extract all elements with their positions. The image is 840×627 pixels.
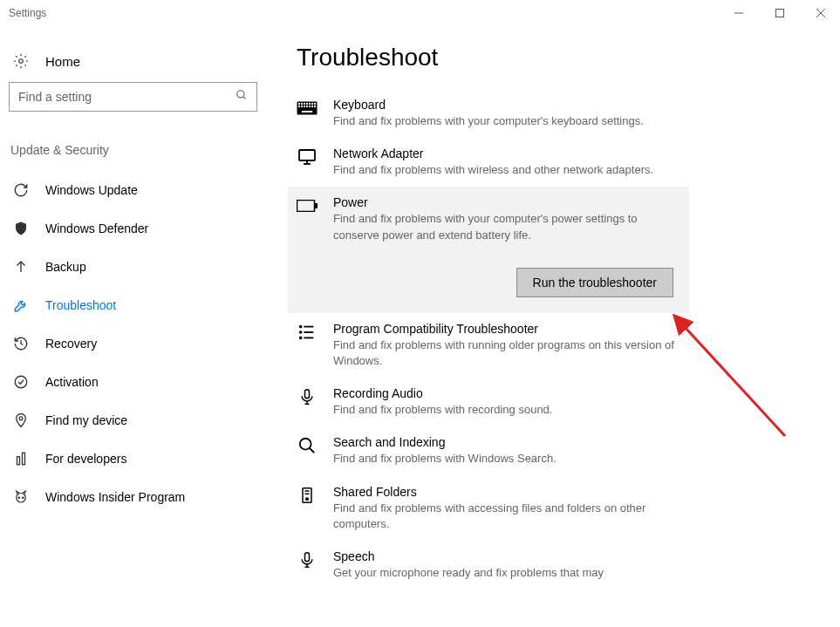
troubleshooter-power[interactable]: Power Find and fix problems with your co… (288, 187, 689, 312)
microphone-icon (297, 386, 318, 407)
keyboard-icon (297, 98, 318, 119)
ts-desc: Find and fix problems with Windows Searc… (333, 451, 680, 467)
svg-point-14 (23, 497, 24, 499)
svg-rect-34 (297, 201, 315, 212)
svg-point-9 (19, 417, 23, 420)
list-icon (297, 322, 318, 343)
ninja-cat-icon (12, 488, 30, 506)
sidebar-item-troubleshoot[interactable]: Troubleshoot (9, 286, 262, 324)
ts-desc: Get your microphone ready and fix proble… (333, 565, 680, 581)
sidebar-item-label: Find my device (45, 413, 127, 427)
troubleshooter-shared-folders[interactable]: Shared Folders Find and fix problems wit… (288, 476, 689, 541)
svg-point-5 (237, 91, 244, 98)
svg-rect-11 (23, 453, 25, 465)
ts-title: Power (333, 195, 680, 209)
svg-rect-19 (306, 103, 308, 105)
microphone-icon (297, 549, 318, 570)
sidebar-item-windows-update[interactable]: Windows Update (9, 171, 262, 209)
troubleshooter-list: Keyboard Find and fix problems with your… (288, 89, 689, 590)
sidebar-item-find-my-device[interactable]: Find my device (9, 401, 262, 440)
troubleshooter-speech[interactable]: Speech Get your microphone ready and fix… (288, 541, 689, 590)
troubleshooter-recording-audio[interactable]: Recording Audio Find and fix problems wi… (288, 378, 689, 426)
minimize-button[interactable] (719, 0, 758, 26)
magnifier-icon (297, 435, 318, 456)
maximize-button[interactable] (760, 0, 799, 26)
svg-rect-28 (311, 106, 313, 107)
svg-point-4 (19, 59, 24, 64)
svg-rect-20 (309, 103, 311, 105)
ts-desc: Find and fix problems with recording sou… (333, 402, 680, 418)
sidebar-item-label: Activation (45, 375, 99, 389)
content-area: Troubleshoot Keyboard Find and fix probl… (262, 26, 840, 627)
svg-rect-24 (301, 106, 303, 107)
gear-icon (12, 52, 30, 70)
sidebar-item-activation[interactable]: Activation (9, 363, 262, 401)
sync-icon (12, 181, 30, 199)
svg-rect-25 (304, 106, 305, 107)
svg-line-46 (310, 448, 315, 453)
ts-title: Program Compatibility Troubleshooter (333, 322, 680, 336)
home-button[interactable]: Home (9, 44, 262, 82)
titlebar-controls (719, 0, 840, 26)
svg-point-40 (300, 337, 302, 338)
svg-rect-23 (298, 106, 300, 107)
history-icon (12, 335, 30, 352)
close-button[interactable] (801, 0, 840, 26)
ts-title: Speech (333, 549, 680, 563)
sidebar-item-insider-program[interactable]: Windows Insider Program (9, 478, 262, 516)
troubleshooter-search-indexing[interactable]: Search and Indexing Find and fix problem… (288, 426, 689, 475)
troubleshooter-keyboard[interactable]: Keyboard Find and fix problems with your… (288, 89, 689, 138)
svg-rect-42 (305, 390, 310, 399)
page-title: Troubleshoot (288, 44, 840, 72)
svg-rect-29 (314, 106, 316, 107)
svg-rect-22 (314, 103, 316, 105)
ts-title: Network Adapter (333, 147, 680, 160)
check-circle-icon (12, 373, 30, 391)
troubleshooter-network-adapter[interactable]: Network Adapter Find and fix problems wi… (288, 138, 689, 187)
svg-rect-35 (315, 203, 318, 208)
run-troubleshooter-button[interactable]: Run the troubleshooter (516, 268, 673, 297)
monitor-icon (297, 147, 318, 167)
search-box[interactable] (9, 82, 257, 112)
svg-line-6 (243, 97, 246, 99)
battery-icon (297, 195, 318, 216)
developer-icon (12, 450, 30, 467)
ts-title: Keyboard (333, 98, 680, 112)
svg-point-36 (300, 325, 302, 327)
sidebar-item-label: For developers (45, 452, 126, 466)
sidebar-item-windows-defender[interactable]: Windows Defender (9, 209, 262, 248)
svg-point-50 (306, 497, 309, 500)
sidebar-item-recovery[interactable]: Recovery (9, 324, 262, 363)
svg-point-8 (15, 376, 27, 388)
ts-desc: Find and fix problems with accessing fil… (333, 501, 680, 532)
titlebar: Settings (0, 0, 840, 26)
svg-point-13 (18, 497, 20, 499)
svg-rect-31 (299, 150, 315, 160)
svg-rect-1 (775, 10, 783, 17)
svg-rect-10 (17, 457, 20, 465)
sidebar-item-label: Windows Insider Program (45, 490, 185, 504)
sidebar-item-backup[interactable]: Backup (9, 248, 262, 286)
search-input[interactable] (18, 90, 236, 104)
ts-desc: Find and fix problems with your computer… (333, 211, 680, 242)
shield-icon (12, 220, 30, 237)
location-icon (12, 412, 30, 429)
ts-desc: Find and fix problems with running older… (333, 337, 680, 369)
svg-point-12 (17, 494, 26, 503)
server-icon (297, 485, 318, 506)
sidebar-item-label: Windows Update (45, 183, 138, 197)
svg-rect-51 (305, 553, 310, 562)
svg-point-38 (300, 331, 302, 333)
upload-icon (12, 258, 30, 276)
svg-rect-18 (304, 103, 305, 105)
sidebar-item-for-developers[interactable]: For developers (9, 440, 262, 478)
troubleshooter-program-compatibility[interactable]: Program Compatibility Troubleshooter Fin… (288, 313, 689, 378)
svg-rect-21 (311, 103, 313, 105)
sidebar: Home Update & Security Windows Update Wi… (0, 26, 262, 627)
search-icon (236, 89, 248, 105)
ts-title: Shared Folders (333, 485, 680, 499)
sidebar-item-label: Troubleshoot (45, 298, 116, 312)
svg-rect-17 (301, 103, 303, 105)
sidebar-item-label: Recovery (45, 337, 97, 351)
wrench-icon (12, 296, 30, 314)
